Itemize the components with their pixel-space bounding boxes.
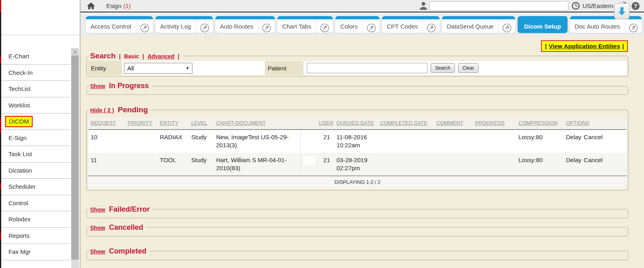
patient-label: Patient [265,61,303,75]
open-in-new-icon[interactable] [316,19,333,33]
col-entity[interactable]: ENTITY [157,118,189,130]
collapsed-body [88,256,627,258]
tab-scroll-down-button[interactable] [614,3,630,19]
sidebar-item-check-in[interactable]: Check-In [0,65,71,81]
select-caret-icon: ▼ [186,66,190,70]
tab-doc-auto-routes[interactable]: Doc Auto Routes [570,16,642,33]
timezone-selector[interactable]: US/Eastern [572,2,613,10]
cell-chart-document: Hart, William S MR-04-01-2010(83) [214,153,300,176]
timezone-label: US/Eastern [582,2,613,9]
sidebar-item-dictation[interactable]: Dictation [0,163,71,179]
sidebar-item-e-chart[interactable]: E-Chart [0,48,71,65]
top-bar: Esign (1) US/Eastern ? [80,0,644,12]
open-in-new-icon[interactable] [363,19,380,33]
col-comment[interactable]: COMMENT [434,118,473,130]
sidebar-scrollbar[interactable]: ▲ [71,48,79,268]
open-in-new-icon[interactable] [625,19,642,33]
clear-button[interactable]: Clear [458,63,479,73]
completed-section: Show Completed [86,247,629,260]
col-progress[interactable]: PROGRESS [473,118,516,130]
show-completed-toggle[interactable]: Show [90,248,105,255]
table-row: 11 TOOL Study Hart, William S MR-04-01-2… [88,153,627,176]
collapsed-body [88,90,627,93]
sidebar-item-task-list[interactable]: Task List [0,146,71,163]
open-in-new-icon[interactable] [258,19,275,33]
help-icon[interactable]: ? [631,2,640,10]
sidebar-item-techlist[interactable]: TechList [0,81,71,97]
col-priority[interactable]: PRIORITY [125,118,157,130]
cell-entity: RADIAX [157,130,189,153]
esign-count-badge: (1) [124,2,131,9]
tab-cpt-codes[interactable]: CPT Codes [382,16,440,33]
sidebar-item-label: E-Sign [8,134,27,141]
search-basic-link[interactable]: Basic [124,53,139,60]
entity-select[interactable]: All ▼ [124,63,192,74]
show-in-progress-toggle[interactable]: Show [90,83,105,89]
search-title: Search [90,52,116,60]
entity-label: Entity [88,61,122,75]
pending-legend: Hide ( 2 ) Pending [89,105,151,114]
separator: | [178,53,180,60]
tab-datasend-queue[interactable]: DataSend Queue [442,16,515,33]
delay-link[interactable]: Delay [566,157,581,163]
delay-link[interactable]: Delay [566,134,581,140]
cell-comment [434,130,473,153]
col-completed-date[interactable]: COMPLETED DATE [378,118,434,130]
cell-flag [300,153,316,176]
tab-label: Dicom Setup [518,23,568,30]
col-queued-date[interactable]: QUEUED DATE [334,118,378,130]
open-in-new-icon[interactable] [498,19,515,33]
col-level[interactable]: LEVEL [189,118,214,130]
sidebar-item-label: Fax Mgr [8,248,31,255]
sidebar-item-label: E-Chart [8,53,29,60]
tab-activity-log[interactable]: Activity Log [155,16,213,33]
bar-left: | [545,43,547,49]
user-icon[interactable] [420,2,427,10]
sidebar-item-dicom-highlight: DICOM [5,116,33,127]
scroll-up-icon[interactable]: ▲ [71,48,79,55]
hide-pending-toggle[interactable]: Hide ( 2 ) [90,107,114,113]
tab-label: Activity Log [155,23,196,30]
sidebar-item-e-sign[interactable]: E-Sign [0,130,71,146]
pending-title: Pending [118,105,148,114]
col-compression[interactable]: COMPRESSION [516,118,564,130]
sidebar-item-rolodex[interactable]: Rolodex [0,211,71,228]
show-cancelled-toggle[interactable]: Show [90,225,105,231]
view-application-entities-link[interactable]: |View Application Entities| [541,40,628,52]
sidebar-item-worklist[interactable]: Worklist [0,97,71,114]
tab-access-control[interactable]: Access Control [86,16,153,33]
sidebar-item-label: Worklist [8,102,30,109]
tab-dicom-setup[interactable]: Dicom Setup [518,16,568,33]
open-in-new-icon[interactable] [423,19,440,33]
show-failed-error-toggle[interactable]: Show [90,206,105,213]
sidebar-item-dicom[interactable]: DICOM [0,113,71,130]
separator: | [119,53,121,60]
col-chart-document[interactable]: CHART-DOCUMENT [214,118,300,130]
tab-chart-tabs[interactable]: Chart Tabs [277,16,333,33]
tab-auto-routes[interactable]: Auto Routes [215,16,275,33]
flag-box [303,156,315,165]
open-in-new-icon[interactable] [136,19,153,33]
cancel-link[interactable]: Cancel [584,134,603,140]
sidebar-item-fax-mgr[interactable]: Fax Mgr [0,244,71,260]
sidebar-item-control[interactable]: Control [0,195,71,212]
scrollbar-thumb[interactable] [71,56,79,260]
tab-colors[interactable]: Colors [335,16,379,33]
patient-input[interactable] [307,63,427,73]
sidebar-item-reports[interactable]: Reports [0,228,71,244]
open-in-new-icon[interactable] [196,19,213,33]
cell-options: DelayCancel [564,153,627,176]
collapsed-body [88,214,627,216]
page-title: Esign [106,2,122,9]
search-advanced-link[interactable]: Advanced [147,53,174,60]
col-user[interactable]: USER [316,118,334,130]
sidebar-item-scheduler[interactable]: Scheduler [0,179,71,195]
table-footer-row: DISPLAYING 1-2 / 2 [88,176,627,189]
home-icon[interactable] [87,2,95,10]
global-search-input[interactable] [429,1,568,11]
col-options[interactable]: OPTIONS [564,118,627,130]
sidebar-item-label: Check-In [8,69,33,76]
cancel-link[interactable]: Cancel [584,157,603,163]
col-request[interactable]: REQUEST [88,118,125,130]
search-button[interactable]: Search [431,63,455,73]
